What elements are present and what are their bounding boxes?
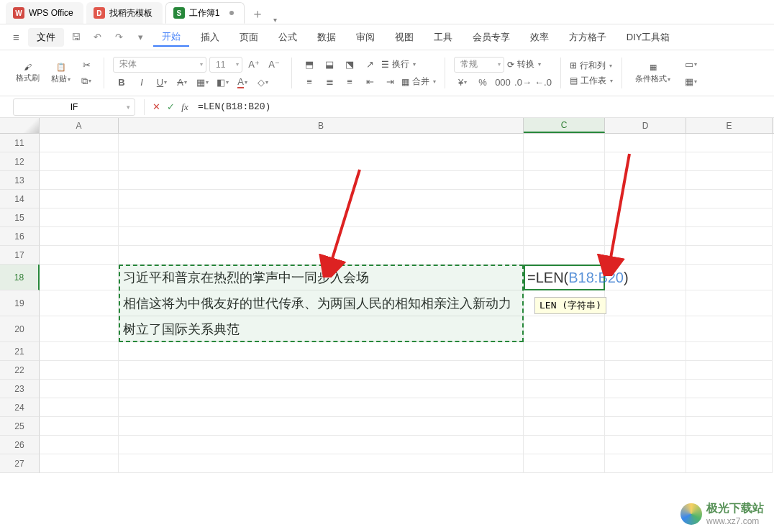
row-header[interactable]: 18 bbox=[0, 265, 40, 290]
tab-template[interactable]: D 找稻壳模板 bbox=[86, 2, 163, 24]
wps-logo-icon: W bbox=[13, 7, 24, 19]
cell-B18[interactable]: 习近平和普京在热烈的掌声中一同步入会场 bbox=[123, 269, 369, 286]
align-middle-icon[interactable]: ⬓ bbox=[321, 58, 338, 72]
cell-B19[interactable]: 相信这将为中俄友好的世代传承、为两国人民的相知相亲注入新动力 bbox=[123, 295, 511, 312]
strike-icon[interactable]: A▾ bbox=[173, 75, 191, 90]
cancel-formula-icon[interactable]: ✕ bbox=[149, 101, 163, 112]
col-header-A[interactable]: A bbox=[40, 118, 119, 133]
row-header[interactable]: 12 bbox=[0, 152, 40, 171]
underline-icon[interactable]: U▾ bbox=[153, 75, 170, 90]
align-top-icon[interactable]: ⬒ bbox=[301, 58, 318, 72]
align-bottom-icon[interactable]: ⬔ bbox=[341, 58, 358, 72]
worksheet-button[interactable]: ▤ 工作表▾ bbox=[570, 75, 613, 87]
increase-font-icon[interactable]: A⁺ bbox=[245, 58, 263, 72]
cell-B20[interactable]: 树立了国际关系典范 bbox=[123, 321, 240, 338]
row-header[interactable]: 17 bbox=[0, 246, 40, 265]
row-header[interactable]: 22 bbox=[0, 361, 40, 380]
col-header-B[interactable]: B bbox=[119, 118, 524, 133]
tab-list-dropdown[interactable]: ▾ bbox=[273, 16, 277, 24]
borders-icon[interactable]: ▦▾ bbox=[194, 75, 211, 90]
style-gallery-icon[interactable]: ▭▾ bbox=[682, 58, 699, 72]
row-header[interactable]: 16 bbox=[0, 227, 40, 246]
menu-insert[interactable]: 插入 bbox=[192, 28, 228, 47]
file-menu[interactable]: 文件 bbox=[28, 28, 64, 47]
align-left-icon[interactable]: ≡ bbox=[301, 75, 318, 89]
copy-icon[interactable]: ⧉▾ bbox=[78, 74, 95, 88]
paste-button[interactable]: 📋 粘贴▾ bbox=[47, 60, 75, 87]
cut-icon[interactable]: ✂ bbox=[78, 58, 95, 73]
watermark: 极光下载站 www.xz7.com bbox=[680, 501, 764, 526]
menu-start[interactable]: 开始 bbox=[153, 27, 189, 47]
indent-dec-icon[interactable]: ⇤ bbox=[361, 75, 378, 89]
menu-data[interactable]: 数据 bbox=[309, 28, 345, 47]
name-box[interactable]: IF bbox=[13, 98, 135, 116]
format-painter-button[interactable]: 🖌 格式刷 bbox=[12, 60, 44, 86]
new-tab-button[interactable]: ＋ bbox=[247, 4, 268, 24]
spreadsheet-grid[interactable]: A B C D E 11 12 13 14 15 16 17 18习近平和普京在… bbox=[0, 118, 774, 473]
orientation-icon[interactable]: ↗ bbox=[361, 58, 378, 72]
accept-formula-icon[interactable]: ✓ bbox=[163, 101, 178, 112]
row-header[interactable]: 11 bbox=[0, 134, 40, 152]
redo-icon[interactable]: ↷ bbox=[110, 28, 129, 47]
undo-icon[interactable]: ↶ bbox=[88, 28, 107, 47]
row-header[interactable]: 23 bbox=[0, 380, 40, 398]
ribbon-format: ▦ 条件格式▾ ▭▾ ▦▾ bbox=[625, 53, 705, 93]
menu-efficiency[interactable]: 效率 bbox=[522, 28, 557, 47]
insert-function-icon[interactable]: fx bbox=[178, 101, 192, 113]
font-name-select[interactable]: 宋体 bbox=[113, 57, 206, 73]
row-header[interactable]: 21 bbox=[0, 342, 40, 361]
rowcol-button[interactable]: ⊞ 行和列▾ bbox=[570, 60, 613, 72]
decrease-font-icon[interactable]: A⁻ bbox=[265, 58, 283, 72]
align-center-icon[interactable]: ≣ bbox=[321, 75, 338, 89]
menu-view[interactable]: 视图 bbox=[386, 28, 422, 47]
clear-format-icon[interactable]: ◇▾ bbox=[254, 75, 271, 90]
menu-review[interactable]: 审阅 bbox=[347, 28, 383, 47]
row-header[interactable]: 14 bbox=[0, 190, 40, 208]
col-header-D[interactable]: D bbox=[605, 118, 686, 133]
watermark-url: www.xz7.com bbox=[706, 516, 764, 526]
table-style-icon[interactable]: ▦▾ bbox=[682, 75, 699, 89]
cell-editing-overlay[interactable]: =LEN(B18:B20) bbox=[527, 270, 629, 287]
row-header[interactable]: 20 bbox=[0, 316, 40, 342]
indent-inc-icon[interactable]: ⇥ bbox=[381, 75, 399, 89]
ribbon-number: 常规 ⟳ 转换▾ ¥▾ % 000 .0→ ←.0 bbox=[448, 53, 557, 93]
row-header[interactable]: 13 bbox=[0, 171, 40, 190]
menu-tools[interactable]: 工具 bbox=[425, 28, 461, 47]
number-format-select[interactable]: 常规 bbox=[454, 57, 504, 73]
row-header[interactable]: 26 bbox=[0, 436, 40, 454]
col-header-C[interactable]: C bbox=[524, 118, 605, 133]
menu-page[interactable]: 页面 bbox=[231, 28, 267, 47]
font-color-icon[interactable]: A▾ bbox=[234, 75, 251, 90]
row-header[interactable]: 27 bbox=[0, 454, 40, 473]
hamburger-icon[interactable]: ≡ bbox=[7, 28, 25, 46]
menu-formula[interactable]: 公式 bbox=[270, 28, 306, 47]
row-header[interactable]: 25 bbox=[0, 417, 40, 436]
dec-decimal-icon[interactable]: ←.0 bbox=[534, 75, 552, 90]
wrap-text-button[interactable]: ☰ 换行▾ bbox=[381, 58, 416, 70]
row-header[interactable]: 15 bbox=[0, 208, 40, 227]
fill-color-icon[interactable]: ◧▾ bbox=[214, 75, 231, 90]
thousand-sep-icon[interactable]: 000 bbox=[494, 75, 511, 90]
menu-ffgz[interactable]: 方方格子 bbox=[560, 28, 615, 47]
merge-button[interactable]: ▦ 合并▾ bbox=[401, 75, 436, 88]
tab-wps-office[interactable]: W WPS Office bbox=[6, 2, 83, 24]
convert-button[interactable]: ⟳ 转换▾ bbox=[507, 58, 541, 70]
qat-dropdown-icon[interactable]: ▾ bbox=[132, 28, 150, 47]
percent-icon[interactable]: % bbox=[474, 75, 491, 90]
font-size-select[interactable]: 11 bbox=[209, 57, 242, 73]
inc-decimal-icon[interactable]: .0→ bbox=[514, 75, 532, 90]
row-header[interactable]: 19 bbox=[0, 290, 40, 316]
menu-member[interactable]: 会员专享 bbox=[464, 28, 519, 47]
align-right-icon[interactable]: ≡ bbox=[341, 75, 358, 89]
col-header-E[interactable]: E bbox=[686, 118, 773, 133]
tab-workbook[interactable]: S 工作簿1 bbox=[165, 2, 245, 24]
formula-input[interactable]: =LEN(B18:B20) bbox=[192, 101, 774, 112]
italic-icon[interactable]: I bbox=[133, 75, 150, 90]
row-header[interactable]: 24 bbox=[0, 398, 40, 417]
menu-diy-toolbox[interactable]: DIY工具箱 bbox=[618, 28, 679, 47]
bold-icon[interactable]: B bbox=[113, 75, 130, 90]
select-all-corner[interactable] bbox=[0, 118, 40, 133]
save-icon[interactable]: 🖫 bbox=[67, 28, 86, 47]
cond-format-button[interactable]: ▦ 条件格式▾ bbox=[631, 60, 675, 87]
currency-icon[interactable]: ¥▾ bbox=[454, 75, 471, 90]
